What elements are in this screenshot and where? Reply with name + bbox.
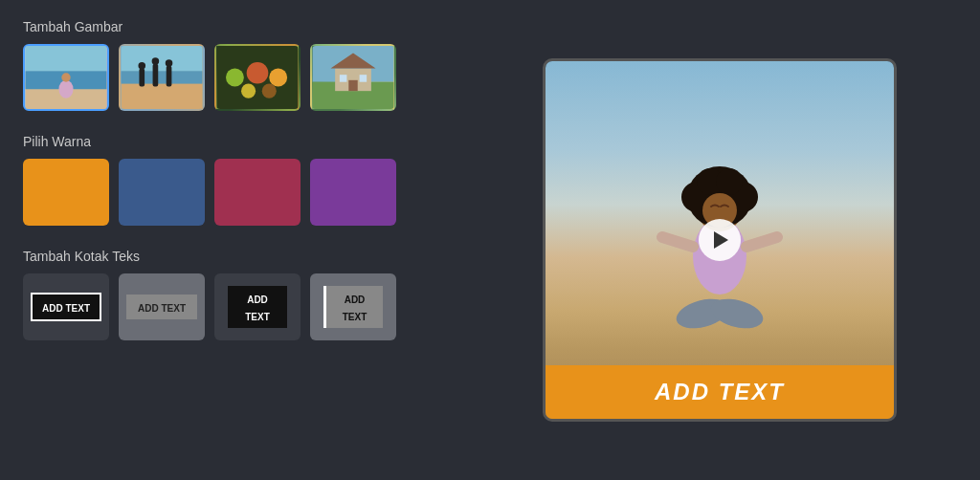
colors-section: Pilih Warna <box>23 134 436 226</box>
svg-rect-27 <box>360 75 368 82</box>
svg-point-18 <box>247 62 269 84</box>
svg-point-5 <box>61 73 70 81</box>
play-button[interactable] <box>699 219 741 261</box>
textboxes-section-title: Tambah Kotak Teks <box>23 249 436 264</box>
svg-rect-11 <box>153 64 159 87</box>
play-icon <box>714 231 728 249</box>
svg-point-14 <box>152 57 160 65</box>
svg-point-17 <box>226 69 244 87</box>
color-swatch-orange[interactable] <box>23 159 109 226</box>
svg-line-31 <box>746 237 777 247</box>
svg-rect-2 <box>26 46 107 71</box>
image-grid <box>23 44 436 111</box>
color-swatch-red[interactable] <box>214 159 301 226</box>
add-text-banner: ADD TEXT <box>546 365 894 419</box>
left-panel: Tambah Gambar <box>0 0 459 480</box>
svg-rect-10 <box>139 69 145 87</box>
svg-rect-9 <box>122 71 203 83</box>
svg-point-37 <box>716 168 743 195</box>
tb-inner-1: ADD TEXT <box>31 293 101 321</box>
image-thumb-2[interactable] <box>119 44 205 111</box>
svg-point-4 <box>58 80 73 98</box>
color-grid <box>23 159 436 226</box>
preview-image: ADD TEXT <box>546 61 894 419</box>
svg-rect-28 <box>348 80 357 91</box>
preview-container: ADD TEXT <box>543 58 897 422</box>
svg-line-30 <box>662 237 693 247</box>
tb-inner-4: ADDTEXT <box>323 286 383 328</box>
text-box-option-3[interactable]: ADDTEXT <box>214 273 301 340</box>
right-panel: ADD TEXT <box>459 0 980 480</box>
tb-label-2: ADD TEXT <box>138 303 186 314</box>
images-section: Tambah Gambar <box>23 19 436 111</box>
tb-label-1: ADD TEXT <box>42 303 90 314</box>
svg-rect-8 <box>122 46 203 71</box>
color-swatch-blue[interactable] <box>119 159 205 226</box>
textboxes-section: Tambah Kotak Teks ADD TEXT ADD TEXT ADDT… <box>23 249 436 340</box>
images-section-title: Tambah Gambar <box>23 19 436 34</box>
image-thumb-3[interactable] <box>214 44 301 111</box>
tb-label-3: ADDTEXT <box>245 295 270 322</box>
colors-section-title: Pilih Warna <box>23 134 436 149</box>
tb-label-4: ADDTEXT <box>343 295 368 322</box>
text-box-option-2[interactable]: ADD TEXT <box>119 273 205 340</box>
tb-inner-2: ADD TEXT <box>126 295 197 319</box>
svg-point-20 <box>241 84 256 98</box>
tb-inner-3: ADDTEXT <box>228 286 287 328</box>
text-box-option-1[interactable]: ADD TEXT <box>23 273 109 340</box>
color-swatch-purple[interactable] <box>310 159 396 226</box>
svg-rect-26 <box>340 75 347 82</box>
svg-rect-12 <box>167 66 172 87</box>
svg-point-13 <box>138 62 145 70</box>
add-text-label: ADD TEXT <box>655 379 785 404</box>
text-box-option-4[interactable]: ADDTEXT <box>310 273 396 340</box>
image-thumb-1[interactable] <box>23 44 109 111</box>
text-box-grid: ADD TEXT ADD TEXT ADDTEXT ADDTEXT <box>23 273 436 340</box>
svg-rect-7 <box>122 82 203 109</box>
svg-point-21 <box>262 84 277 98</box>
svg-point-19 <box>269 69 287 87</box>
svg-point-15 <box>166 59 173 67</box>
image-thumb-4[interactable] <box>310 44 396 111</box>
